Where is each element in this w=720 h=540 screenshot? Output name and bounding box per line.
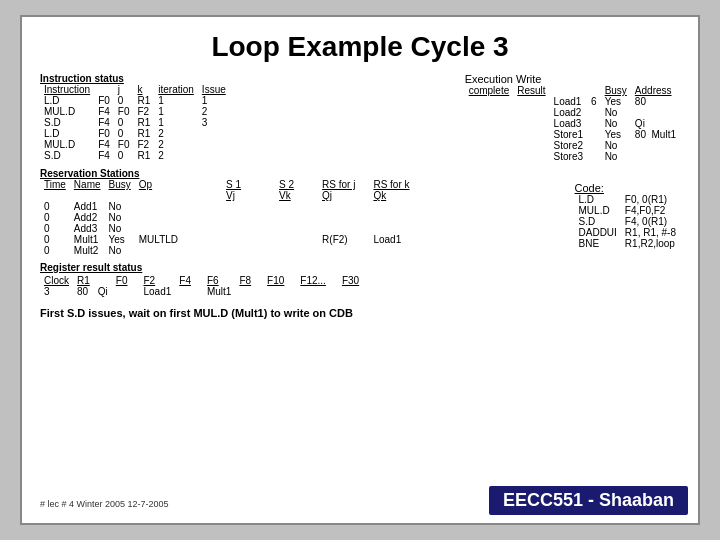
res-row-mult1: 0 Mult1 Yes MULTLD R(F2)	[40, 234, 414, 245]
instruction-status-left: Instruction status Instruction j k itera…	[40, 73, 230, 162]
exec-row-2: Load2 No	[465, 107, 680, 118]
code-1-inst: L.D	[575, 194, 621, 205]
res-mult2-time: 0	[40, 245, 70, 256]
exec-5-busy: No	[601, 140, 631, 151]
res-row-add3: 0 Add3 No	[40, 223, 414, 234]
res-col-spacer2	[245, 179, 275, 190]
res-add2-busy: No	[105, 212, 135, 223]
code-row-5: BNE R1,R2,loop	[575, 238, 680, 249]
reg-col-f2: F2	[139, 275, 167, 286]
reg-col-f12: F12...	[296, 275, 330, 286]
reg-f10-val	[263, 286, 288, 297]
res-add1-vk	[275, 201, 298, 212]
code-3-inst: S.D	[575, 216, 621, 227]
res-add1-sp3	[298, 201, 318, 212]
col-instruction: Instruction	[40, 84, 94, 95]
res-row-add2: 0 Add2 No	[40, 212, 414, 223]
col-iteration: iteration	[154, 84, 198, 95]
res-row-add1: 0 Add1 No	[40, 201, 414, 212]
exec-col-num	[587, 85, 601, 96]
inst-2-k: F2	[133, 106, 154, 117]
inst-4-iter: 2	[154, 128, 198, 139]
exec-2-addr	[631, 107, 680, 118]
exec-3-addr: Qi	[631, 118, 680, 129]
inst-5-k: F2	[133, 139, 154, 150]
reg-col-f30: F30	[338, 275, 363, 286]
slide: Loop Example Cycle 3 Instruction status …	[20, 15, 700, 525]
res-sub-vk: Vk	[275, 190, 298, 201]
reg-col-sp4	[227, 275, 235, 286]
exec-5-result	[513, 140, 549, 151]
exec-row-1: Load1 6 Yes 80	[465, 96, 680, 107]
res-mult1-vk	[275, 234, 298, 245]
res-add1-sp2	[245, 201, 275, 212]
code-4-inst: DADDUI	[575, 227, 621, 238]
res-add3-rest	[135, 223, 414, 234]
reg-f0-val	[112, 286, 132, 297]
res-mult2-busy: No	[105, 245, 135, 256]
res-sub-vj-label	[182, 190, 222, 201]
code-3-ops: F4, 0(R1)	[621, 216, 680, 227]
main-content: Instruction status Instruction j k itera…	[40, 73, 680, 319]
exec-col-busy: Busy	[601, 85, 631, 96]
res-sub-qj: Qj	[318, 190, 359, 201]
res-col-rsk: RS for k	[369, 179, 413, 190]
reg-sp3	[195, 286, 203, 297]
exec-4-complete	[465, 129, 514, 140]
reg-col-sp1	[131, 275, 139, 286]
res-add1-sp	[182, 201, 222, 212]
inst-6-reg: F4	[94, 150, 114, 161]
code-row-4: DADDUI R1, R1, #-8	[575, 227, 680, 238]
exec-5-load: Store2	[550, 140, 587, 151]
reg-col-qi	[94, 275, 112, 286]
inst-2-iter: 1	[154, 106, 198, 117]
exec-4-busy: Yes	[601, 129, 631, 140]
res-col-spacer4	[359, 179, 369, 190]
exec-1-num: 6	[587, 96, 601, 107]
inst-4-issue	[198, 128, 230, 139]
res-mult1-name: Mult1	[70, 234, 105, 245]
reg-sp1	[131, 286, 139, 297]
reg-f2-val: Load1	[139, 286, 175, 297]
inst-5-j: F0	[114, 139, 134, 150]
reg-col-f4: F4	[175, 275, 195, 286]
reg-r1-val: 80	[73, 286, 94, 297]
res-mult1-sp2	[245, 234, 275, 245]
inst-3-reg: F4	[94, 117, 114, 128]
exec-4-load: Store1	[550, 129, 587, 140]
code-table: L.D F0, 0(R1) MUL.D F4,F0,F2 S.D F4, 0(R…	[575, 194, 680, 249]
inst-1-iter: 1	[154, 95, 198, 106]
inst-1-name: L.D	[40, 95, 94, 106]
exec-2-complete	[465, 107, 514, 118]
footer-footnote: # lec # 4 Winter 2005 12-7-2005	[40, 499, 169, 509]
exec-4-num	[587, 129, 601, 140]
res-row-mult2: 0 Mult2 No	[40, 245, 414, 256]
exec-5-complete	[465, 140, 514, 151]
res-sub-spacer	[40, 190, 70, 201]
inst-row-4: L.D F0 0 R1 2	[40, 128, 230, 139]
res-add1-op	[135, 201, 182, 212]
inst-row-5: MUL.D F4 F0 F2 2	[40, 139, 230, 150]
reservation-section: Reservation Stations Time Name Busy Op S…	[40, 168, 680, 256]
res-add3-time: 0	[40, 223, 70, 234]
exec-3-result	[513, 118, 549, 129]
res-col-rsj: RS for j	[318, 179, 359, 190]
reg-f8-val	[235, 286, 255, 297]
reg-col-f10: F10	[263, 275, 288, 286]
res-add2-rest	[135, 212, 414, 223]
instruction-status-label: Instruction status	[40, 73, 230, 84]
inst-4-reg: F0	[94, 128, 114, 139]
inst-3-k: R1	[133, 117, 154, 128]
bottom-note: First S.D issues, wait on first MUL.D (M…	[40, 307, 680, 319]
inst-4-k: R1	[133, 128, 154, 139]
exec-row-4: Store1 Yes 80 Mult1	[465, 129, 680, 140]
exec-2-busy: No	[601, 107, 631, 118]
exec-3-num	[587, 118, 601, 129]
reg-f6-val: Mult1	[203, 286, 235, 297]
reservation-left: Reservation Stations Time Name Busy Op S…	[40, 168, 414, 256]
reg-col-f0: F0	[112, 275, 132, 286]
exec-1-result	[513, 96, 549, 107]
res-mult2-rest	[135, 245, 414, 256]
reg-sp6	[288, 286, 296, 297]
res-sub-qk: Qk	[369, 190, 413, 201]
